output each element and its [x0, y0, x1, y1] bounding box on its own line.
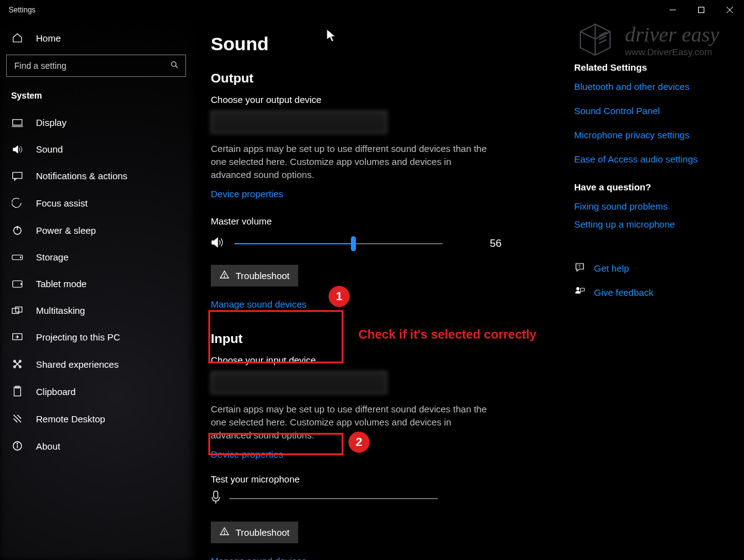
svg-line-5 — [175, 66, 177, 68]
watermark-brand: driver easy — [625, 23, 719, 47]
sidebar-home-label: Home — [36, 33, 61, 43]
about-icon — [11, 440, 24, 451]
svg-text:?: ? — [578, 264, 580, 269]
window-controls — [658, 0, 744, 20]
output-help-text: Certain apps may be set up to use differ… — [211, 142, 490, 181]
microphone-icon — [211, 491, 221, 507]
related-settings-heading: Related Settings — [574, 62, 735, 73]
clipboard-icon — [11, 386, 24, 397]
svg-point-4 — [172, 61, 177, 66]
search-box[interactable] — [6, 55, 186, 77]
page-title: Sound — [211, 33, 558, 55]
power-icon — [11, 224, 24, 236]
output-heading: Output — [211, 71, 558, 86]
sidebar-item-label: Projecting to this PC — [36, 332, 120, 342]
volume-icon[interactable] — [211, 236, 224, 251]
shared-icon — [11, 358, 24, 370]
sidebar-item-sound[interactable]: Sound — [0, 136, 192, 162]
titlebar: Settings — [0, 0, 744, 20]
sidebar-category: System — [0, 88, 192, 109]
sidebar-item-storage[interactable]: Storage — [0, 244, 192, 270]
input-troubleshoot-button[interactable]: Troubleshoot — [211, 522, 298, 543]
troubleshoot-label: Troubleshoot — [236, 270, 290, 281]
input-device-properties-link[interactable]: Device properties — [211, 449, 283, 460]
sidebar: Home System Display Sound — [0, 20, 192, 560]
aside-link-fixing-sound[interactable]: Fixing sound problems — [574, 201, 735, 211]
svg-rect-1 — [699, 7, 704, 13]
output-troubleshoot-button[interactable]: Troubleshoot — [211, 265, 298, 287]
output-device-dropdown[interactable] — [211, 111, 387, 133]
sidebar-item-label: About — [36, 441, 60, 451]
sidebar-item-focus-assist[interactable]: Focus assist — [0, 189, 192, 216]
input-heading: Input — [211, 331, 558, 346]
svg-rect-8 — [13, 172, 22, 179]
sidebar-item-label: Storage — [36, 252, 69, 262]
sidebar-item-label: Display — [36, 117, 66, 128]
svg-rect-31 — [214, 491, 218, 499]
sidebar-item-projecting[interactable]: Projecting to this PC — [0, 324, 192, 350]
sidebar-item-label: Tablet mode — [36, 278, 87, 289]
warning-icon — [219, 527, 229, 538]
search-icon — [170, 60, 179, 72]
feedback-icon — [574, 286, 585, 299]
watermark-url: www.DriverEasy.com — [625, 47, 719, 57]
svg-rect-24 — [14, 387, 21, 396]
sidebar-item-label: Shared experiences — [36, 359, 118, 370]
aside-link-bluetooth[interactable]: Bluetooth and other devices — [574, 81, 735, 92]
svg-point-36 — [577, 287, 580, 290]
sound-icon — [11, 144, 24, 154]
get-help-link[interactable]: ? Get help — [574, 262, 735, 275]
input-device-dropdown[interactable] — [211, 371, 387, 394]
volume-value: 56 — [490, 238, 502, 250]
svg-point-34 — [224, 533, 224, 534]
svg-line-39 — [599, 40, 606, 43]
sidebar-item-tablet-mode[interactable]: Tablet mode — [0, 270, 192, 297]
troubleshoot-label: Troubleshoot — [236, 527, 290, 538]
sidebar-item-remote-desktop[interactable]: Remote Desktop — [0, 405, 192, 432]
output-device-properties-link[interactable]: Device properties — [211, 189, 283, 199]
have-question-heading: Have a question? — [574, 182, 735, 192]
input-help-text: Certain apps may be set up to use differ… — [211, 402, 490, 442]
sidebar-home[interactable]: Home — [0, 20, 192, 55]
test-microphone-label: Test your microphone — [211, 474, 558, 484]
output-choose-label: Choose your output device — [211, 94, 558, 105]
aside-link-setting-up-microphone[interactable]: Setting up a microphone — [574, 219, 735, 229]
display-icon — [11, 118, 24, 127]
watermark: driver easy www.DriverEasy.com — [577, 22, 719, 57]
aside-link-sound-control-panel[interactable]: Sound Control Panel — [574, 105, 735, 116]
sidebar-item-label: Multitasking — [36, 305, 85, 316]
close-button[interactable] — [715, 0, 744, 20]
storage-icon — [11, 254, 24, 261]
search-input[interactable] — [13, 60, 170, 71]
tablet-icon — [11, 280, 24, 288]
output-manage-devices-link[interactable]: Manage sound devices — [211, 299, 306, 309]
sidebar-item-label: Remote Desktop — [36, 414, 105, 424]
svg-point-12 — [20, 257, 22, 258]
svg-point-28 — [17, 443, 17, 444]
sidebar-item-label: Power & sleep — [36, 225, 96, 236]
maximize-button[interactable] — [687, 0, 715, 20]
sidebar-item-shared-experiences[interactable]: Shared experiences — [0, 350, 192, 378]
sidebar-item-label: Sound — [36, 144, 63, 154]
give-feedback-link[interactable]: Give feedback — [574, 286, 735, 299]
aside-link-microphone-privacy[interactable]: Microphone privacy settings — [574, 130, 735, 140]
aside-link-ease-of-access-audio[interactable]: Ease of Access audio settings — [574, 154, 735, 164]
sidebar-item-notifications[interactable]: Notifications & actions — [0, 162, 192, 189]
sidebar-item-display[interactable]: Display — [0, 109, 192, 136]
sidebar-item-power-sleep[interactable]: Power & sleep — [0, 216, 192, 244]
microphone-level-bar — [229, 498, 438, 499]
remote-icon — [11, 413, 24, 424]
input-manage-devices-link[interactable]: Manage sound devices — [211, 556, 306, 560]
sidebar-item-label: Clipboard — [36, 386, 76, 397]
minimize-button[interactable] — [658, 0, 687, 20]
volume-slider[interactable] — [234, 235, 443, 252]
aside: Related Settings Bluetooth and other dev… — [574, 56, 735, 310]
sidebar-item-clipboard[interactable]: Clipboard — [0, 378, 192, 405]
sidebar-item-label: Notifications & actions — [36, 171, 128, 181]
sidebar-item-multitasking[interactable]: Multitasking — [0, 297, 192, 324]
get-help-label: Get help — [594, 263, 629, 273]
svg-rect-6 — [13, 119, 22, 125]
sidebar-item-about[interactable]: About — [0, 432, 192, 460]
main-content: Sound Output Choose your output device C… — [211, 25, 558, 560]
notifications-icon — [11, 171, 24, 181]
